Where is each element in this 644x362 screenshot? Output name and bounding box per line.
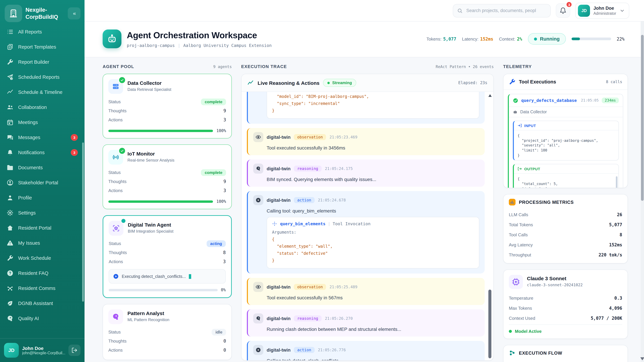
event-agent: digital-twin (267, 316, 291, 321)
trace-event-action: digital-twin action 21:05:24.678 Calling… (247, 191, 485, 274)
sidebar-item-label: Notifications (18, 150, 44, 155)
sidebar-item-meetings[interactable]: Meetings (3, 115, 81, 130)
sidebar-item-report-builder[interactable]: Report Builder (3, 54, 81, 69)
check-badge-icon (118, 76, 126, 84)
scroll-down-arrow[interactable] (640, 357, 644, 360)
tools-icon (7, 58, 14, 65)
avatar: JD (578, 4, 590, 16)
agent-pool-meta: 9 agents (213, 64, 232, 69)
event-agent: digital-twin (267, 284, 291, 290)
sidebar-item-quality-ai[interactable]: Quality AI (3, 311, 81, 326)
sidebar-item-stakeholder-portal[interactable]: Stakeholder Portal (3, 175, 81, 190)
trace-scrollbar[interactable] (488, 93, 492, 359)
user-menu[interactable]: JD John Doe Administrator (576, 2, 630, 18)
agent-progress: 0% (109, 288, 226, 292)
sidebar-item-resident-comms[interactable]: Resident Comms (3, 281, 81, 296)
event-text: Tool executed successfully in 3456ms (267, 145, 479, 150)
sidebar-collapse-button[interactable]: « (68, 7, 80, 19)
trend-icon (7, 89, 14, 95)
question-icon (7, 270, 14, 276)
agent-card-pattern-analyst[interactable]: Pattern Analyst ML Pattern Recognition S… (103, 304, 232, 360)
event-text: Tool executed successfully in 567ms (267, 295, 479, 300)
output-scrollbar-thumb[interactable] (616, 176, 618, 188)
brain-icon (253, 164, 263, 174)
context-stat: Context:2% (499, 36, 522, 41)
eye-icon (253, 282, 263, 292)
bar-chart-icon (509, 199, 516, 205)
event-type-tag: action (294, 347, 314, 353)
sidebar-item-scheduled-reports[interactable]: Scheduled Reports (3, 69, 81, 84)
input-box: INPUT { "project_id": "proj-aalborg-camp… (513, 121, 619, 161)
brand-title: Nexgile-CorpBuildIQ (26, 6, 64, 20)
execution-trace-title: EXECUTION TRACE (241, 64, 287, 69)
event-time: 21:05:24.175 (325, 166, 353, 171)
user-role: Administrator (594, 11, 616, 15)
agent-status-pill: complete (201, 98, 226, 105)
search-input[interactable] (466, 8, 546, 13)
metric-row: Tool Calls8 (504, 230, 628, 240)
trace-scrollbar-thumb[interactable] (488, 290, 492, 358)
green-dot (509, 330, 512, 333)
sidebar-item-schedule-timeline[interactable]: Schedule & Timeline (3, 84, 81, 99)
sidebar-item-all-reports[interactable]: All Reports (3, 27, 81, 39)
agent-card-digital-twin[interactable]: Digital Twin Agent BIM Integration Speci… (103, 215, 232, 298)
sidebar-item-profile[interactable]: Profile (3, 190, 81, 205)
head-gear-icon (7, 315, 14, 322)
input-label: INPUT (524, 123, 536, 128)
executing-agent: Data Collector (520, 110, 547, 114)
project-id: proj-aalborg-campus (127, 43, 175, 48)
agent-name: Pattern Analyst (128, 310, 170, 316)
sidebar-item-work-schedule[interactable]: Work Schedule (3, 250, 81, 266)
tool-invocation-box: query_bim_elements | Tool Invocation Arg… (267, 217, 479, 269)
sidebar-item-label: Settings (18, 210, 36, 215)
sidebar-item-resident-portal[interactable]: Resident Portal (3, 220, 81, 235)
sidebar-user-footer: JD John Doe john@Nexgile-CorpBuil... (0, 338, 84, 362)
agent-progress: 100% (108, 128, 226, 133)
sidebar-item-resident-faq[interactable]: Resident FAQ (3, 266, 81, 281)
agent-role: ML Pattern Recognition (128, 318, 170, 322)
metric-row: Avg Latency152ms (504, 240, 628, 250)
sidebar-scrollbar[interactable] (82, 142, 84, 302)
execution-flow-card: EXECUTION FLOW 1 Data Collection (503, 345, 628, 362)
agent-card-data-collector[interactable]: Data Collector Data Retrieval Specialist… (103, 74, 232, 138)
run-stats: Tokens:5,077 Latency:152ms Context:2% Ru… (426, 33, 624, 44)
event-type-tag: observation (294, 134, 326, 140)
trace-event-observation: digital-twin observation 21:05:25.489 To… (247, 278, 485, 305)
messages-badge: 3 (71, 134, 78, 141)
sidebar-item-dgnb-assistant[interactable]: DGNB Assistant (3, 296, 81, 311)
separator: | (328, 221, 330, 226)
sidebar-item-settings[interactable]: Settings (3, 205, 81, 220)
network-icon (7, 285, 14, 292)
sidebar-item-documents[interactable]: Documents (3, 160, 81, 175)
event-time: 21:05:25.489 (330, 285, 358, 289)
project-breadcrumb: proj-aalborg-campus|Aalborg University C… (127, 43, 272, 48)
agent-card-iot-monitor[interactable]: IoT Monitor Real-time Sensor Analysis St… (103, 144, 232, 209)
typing-cursor (189, 274, 191, 279)
metric-row: Total Tokens5,077 (504, 220, 628, 230)
status-badge: Running (528, 33, 566, 44)
logout-icon[interactable] (68, 345, 80, 356)
page-scrollbar[interactable] (641, 21, 644, 362)
latency-stat: Latency:152ms (462, 36, 494, 41)
actions-count: 3 (224, 188, 226, 193)
sidebar-item-notifications[interactable]: Notifications 3 (3, 145, 81, 160)
tool-execution-entry[interactable]: query_defects_database 21:05:05 234ms Da… (508, 94, 623, 188)
sidebar-item-my-issues[interactable]: My Issues (3, 235, 81, 250)
page-scrollbar-thumb[interactable] (641, 35, 644, 201)
sidebar-item-label: Collaboration (18, 104, 47, 110)
sidebar-item-messages[interactable]: Messages 3 (3, 130, 81, 145)
sidebar-item-label: Work Schedule (18, 255, 51, 261)
tool-name-link[interactable]: query_defects_database (521, 98, 577, 103)
model-name: Claude 3 Sonnet (527, 276, 582, 281)
sidebar-item-collaboration[interactable]: Collaboration (3, 99, 81, 115)
agent-pool-column: AGENT POOL 9 agents Data Collector Data … (103, 64, 232, 362)
event-stream: Arguments: { "model_id": "BIM-proj-aalbo… (242, 92, 494, 360)
event-time: 21:05:26.270 (325, 316, 353, 321)
tool-name-link[interactable]: query_bim_elements (280, 221, 326, 226)
sidebar-item-report-templates[interactable]: Report Templates (3, 39, 81, 54)
trace-event-action-partial: Arguments: { "model_id": "BIM-proj-aalbo… (247, 92, 485, 124)
notifications-button[interactable]: 3 (556, 3, 570, 18)
scroll-up-arrow[interactable] (488, 94, 492, 97)
event-agent: digital-twin (267, 348, 291, 353)
sidebar-item-label: Documents (18, 165, 43, 170)
